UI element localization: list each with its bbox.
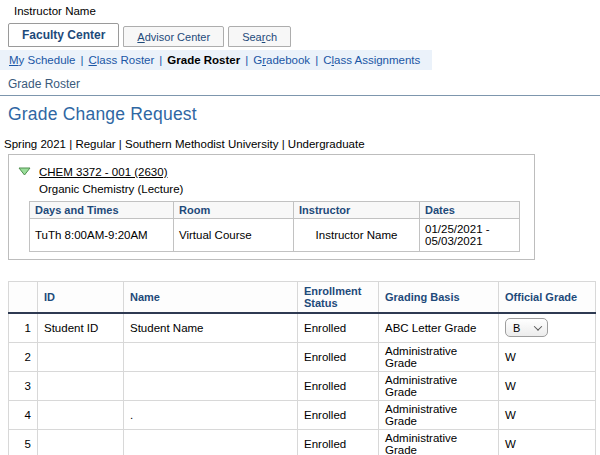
student-name-cell — [124, 371, 298, 400]
enrollment-status-cell: Enrolled — [298, 342, 379, 371]
tab-faculty-center[interactable]: Faculty Center — [8, 23, 119, 47]
col-header-id: ID — [38, 282, 124, 314]
room-cell: Virtual Course — [174, 219, 294, 252]
course-subtitle: Organic Chemistry (Lecture) — [39, 183, 183, 195]
nav-link-class-roster[interactable]: Class Roster — [89, 54, 155, 66]
student-id-cell: Student ID — [38, 313, 124, 342]
breadcrumb: Grade Roster — [8, 77, 600, 91]
tab-label: Faculty Center — [22, 28, 105, 42]
roster-header-row: ID Name Enrollment Status Grading Basis … — [9, 282, 596, 314]
nav-current-grade-roster: Grade Roster — [167, 54, 240, 66]
chevron-down-icon — [534, 322, 542, 330]
row-number: 1 — [9, 313, 38, 342]
enrollment-status-cell: Enrolled — [298, 400, 379, 429]
table-row: 1 Student ID Student Name Enrolled ABC L… — [9, 313, 596, 342]
official-grade-text: W — [505, 380, 516, 392]
official-grade-text: W — [505, 409, 516, 421]
col-header-official-grade: Official Grade — [499, 282, 596, 314]
official-grade-select[interactable]: B — [505, 318, 548, 337]
student-id-cell — [38, 429, 124, 455]
nav-link-class-assignments[interactable]: Class Assignments — [323, 54, 420, 66]
meeting-row: TuTh 8:00AM-9:20AM Virtual Course Instru… — [30, 219, 520, 252]
meeting-details-table: Days and Times Room Instructor Dates TuT… — [29, 201, 520, 252]
days-times-cell: TuTh 8:00AM-9:20AM — [30, 219, 174, 252]
col-header-room: Room — [174, 202, 294, 219]
student-id-cell — [38, 400, 124, 429]
col-header-name: Name — [124, 282, 298, 314]
official-grade-cell: W — [499, 371, 596, 400]
grading-basis-cell: Administrative Grade — [379, 400, 499, 429]
col-header-dates: Dates — [420, 202, 520, 219]
table-row: 5 Enrolled Administrative Grade W — [9, 429, 596, 455]
enrollment-status-cell: Enrolled — [298, 313, 379, 342]
table-row: 4 . Enrolled Administrative Grade W — [9, 400, 596, 429]
official-grade-text: W — [505, 351, 516, 363]
row-number: 3 — [9, 371, 38, 400]
page-title: Grade Change Request — [8, 104, 600, 125]
instructor-cell: Instructor Name — [294, 219, 420, 252]
course-section-panel: CHEM 3372 - 001 (2630) Organic Chemistry… — [8, 154, 535, 260]
official-grade-cell: B — [499, 313, 596, 342]
roster-nav-bar: My Schedule|Class Roster|Grade Roster|Gr… — [0, 50, 432, 70]
table-row: 3 Enrolled Administrative Grade W — [9, 371, 596, 400]
grade-roster-table: ID Name Enrollment Status Grading Basis … — [8, 281, 596, 455]
col-header-days-times: Days and Times — [30, 202, 174, 219]
row-number: 4 — [9, 400, 38, 429]
selected-grade: B — [513, 322, 520, 334]
dates-cell: 01/25/2021 - 05/03/2021 — [420, 219, 520, 252]
row-number: 5 — [9, 429, 38, 455]
grading-basis-cell: ABC Letter Grade — [379, 313, 499, 342]
student-name-cell: . — [124, 400, 298, 429]
student-id-cell — [38, 371, 124, 400]
center-tabs: Faculty Center Advisor Center Search — [8, 23, 600, 47]
official-grade-cell: W — [499, 400, 596, 429]
enrollment-status-cell: Enrolled — [298, 429, 379, 455]
col-header-enrollment-status: Enrollment Status — [298, 282, 379, 314]
tab-search[interactable]: Search — [228, 26, 291, 47]
grading-basis-cell: Administrative Grade — [379, 429, 499, 455]
col-header-grading-basis: Grading Basis — [379, 282, 499, 314]
collapse-section-icon[interactable] — [18, 162, 31, 180]
official-grade-cell: W — [499, 342, 596, 371]
student-id-cell — [38, 342, 124, 371]
official-grade-text: W — [505, 438, 516, 450]
course-link[interactable]: CHEM 3372 - 001 (2630) — [39, 166, 167, 178]
official-grade-cell: W — [499, 429, 596, 455]
divider — [0, 95, 600, 96]
nav-separator: | — [154, 54, 167, 66]
student-name-cell — [124, 429, 298, 455]
row-number-header — [9, 282, 38, 314]
student-name-cell — [124, 342, 298, 371]
nav-separator: | — [76, 54, 89, 66]
nav-separator: | — [240, 54, 253, 66]
term-info-line: Spring 2021 | Regular | Southern Methodi… — [4, 138, 600, 150]
grading-basis-cell: Administrative Grade — [379, 342, 499, 371]
nav-link-gradebook[interactable]: Gradebook — [253, 54, 310, 66]
tab-label: Sea — [242, 31, 262, 43]
tab-advisor-center[interactable]: Advisor Center — [123, 26, 224, 47]
logged-in-user-name: Instructor Name — [0, 0, 600, 17]
student-name-cell: Student Name — [124, 313, 298, 342]
nav-separator: | — [310, 54, 323, 66]
col-header-instructor: Instructor — [294, 202, 420, 219]
nav-link-my-schedule[interactable]: My Schedule — [9, 54, 76, 66]
table-row: 2 Enrolled Administrative Grade W — [9, 342, 596, 371]
row-number: 2 — [9, 342, 38, 371]
enrollment-status-cell: Enrolled — [298, 371, 379, 400]
grading-basis-cell: Administrative Grade — [379, 371, 499, 400]
